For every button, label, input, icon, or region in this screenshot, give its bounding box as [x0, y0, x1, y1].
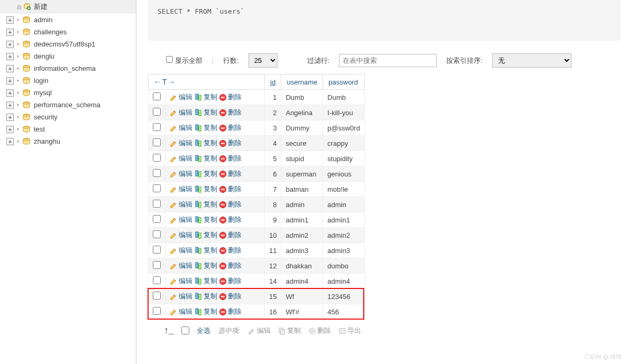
copy-link[interactable]: 复制 — [195, 124, 217, 132]
sidebar-database-item[interactable]: +•admin — [0, 14, 136, 26]
delete-link[interactable]: 删除 — [219, 246, 242, 254]
edit-link[interactable]: 编辑 — [170, 170, 192, 178]
delete-link[interactable]: 删除 — [219, 277, 242, 285]
sidebar-database-item[interactable]: +•performance_schema — [0, 99, 136, 111]
row-checkbox[interactable] — [153, 261, 161, 269]
edit-link[interactable]: 编辑 — [170, 154, 192, 162]
row-checkbox[interactable] — [153, 184, 161, 192]
copy-link[interactable]: 复制 — [195, 292, 217, 300]
copy-link[interactable]: 复制 — [195, 307, 217, 315]
footer-bar: ↑_ 全选 选中项: 编辑 复制 删除 导出 — [148, 320, 621, 336]
expand-icon[interactable]: + — [6, 29, 14, 36]
arrow-controls[interactable]: ←T→ — [154, 78, 177, 86]
delete-link[interactable]: 删除 — [219, 139, 242, 147]
edit-link[interactable]: 编辑 — [170, 231, 192, 239]
edit-link[interactable]: 编辑 — [170, 139, 192, 147]
row-checkbox[interactable] — [153, 215, 161, 223]
row-checkbox[interactable] — [153, 307, 161, 315]
row-checkbox[interactable] — [153, 292, 161, 300]
copy-link[interactable]: 复制 — [195, 262, 217, 269]
copy-link[interactable]: 复制 — [195, 93, 217, 101]
copy-link[interactable]: 复制 — [195, 185, 217, 193]
delete-link[interactable]: 删除 — [219, 93, 242, 101]
row-checkbox[interactable] — [153, 138, 161, 146]
delete-link[interactable]: 删除 — [219, 124, 242, 132]
delete-link[interactable]: 删除 — [219, 154, 242, 162]
row-checkbox[interactable] — [153, 230, 161, 238]
row-checkbox[interactable] — [153, 246, 161, 254]
copy-link[interactable]: 复制 — [195, 170, 217, 178]
column-id[interactable]: id — [265, 74, 281, 90]
delete-link[interactable]: 删除 — [219, 231, 242, 239]
expand-icon[interactable]: + — [6, 138, 14, 145]
row-checkbox[interactable] — [153, 123, 161, 131]
edit-link[interactable]: 编辑 — [170, 307, 192, 315]
show-all-group[interactable]: 显示全部 — [166, 56, 202, 66]
rows-per-page-select[interactable]: 25 — [248, 53, 278, 68]
edit-link[interactable]: 编辑 — [170, 277, 192, 285]
copy-link[interactable]: 复制 — [195, 200, 217, 208]
delete-link[interactable]: 删除 — [219, 185, 242, 193]
expand-icon[interactable]: + — [6, 101, 14, 109]
copy-link[interactable]: 复制 — [195, 246, 217, 254]
expand-icon[interactable]: + — [6, 65, 14, 72]
pencil-icon — [170, 94, 178, 101]
up-arrow-icon[interactable]: ↑_ — [164, 325, 174, 336]
sidebar-database-item[interactable]: +•test — [0, 123, 136, 135]
edit-link[interactable]: 编辑 — [170, 246, 192, 254]
sidebar-database-item[interactable]: +•mysql — [0, 87, 136, 99]
check-all-checkbox[interactable] — [181, 326, 189, 334]
delete-link[interactable]: 删除 — [219, 200, 242, 208]
copy-link[interactable]: 复制 — [195, 231, 217, 239]
copy-link[interactable]: 复制 — [195, 108, 217, 116]
expand-icon[interactable]: + — [6, 126, 14, 133]
expand-icon[interactable]: + — [6, 16, 14, 24]
column-username[interactable]: username — [281, 74, 323, 90]
delete-link[interactable]: 删除 — [219, 170, 242, 178]
sidebar-database-item[interactable]: +•information_schema — [0, 62, 136, 74]
filter-input[interactable] — [339, 54, 437, 67]
copy-icon — [195, 293, 202, 301]
tree-branch-icon: • — [15, 90, 21, 96]
delete-link[interactable]: 删除 — [219, 216, 242, 223]
expand-icon[interactable]: + — [6, 77, 14, 85]
cell-password: admin1 — [323, 212, 365, 228]
edit-link[interactable]: 编辑 — [170, 292, 192, 300]
column-password[interactable]: password — [323, 74, 365, 90]
edit-link[interactable]: 编辑 — [170, 124, 192, 132]
delete-link[interactable]: 删除 — [219, 307, 242, 315]
row-checkbox[interactable] — [153, 169, 161, 177]
row-checkbox[interactable] — [153, 154, 161, 162]
delete-link[interactable]: 删除 — [219, 292, 242, 300]
sidebar-database-item[interactable]: +•login — [0, 74, 136, 87]
delete-link[interactable]: 删除 — [219, 108, 242, 116]
edit-link[interactable]: 编辑 — [170, 216, 192, 223]
expand-icon[interactable]: + — [6, 89, 14, 97]
sidebar-database-item[interactable]: +•dedecmsv57utf8sp1 — [0, 38, 136, 50]
copy-link[interactable]: 复制 — [195, 154, 217, 162]
edit-link[interactable]: 编辑 — [170, 93, 192, 101]
expand-icon[interactable]: + — [6, 53, 14, 60]
edit-link[interactable]: 编辑 — [170, 108, 192, 116]
expand-icon[interactable]: + — [6, 114, 14, 121]
sidebar-new[interactable]: ⊟ 新建 — [0, 0, 136, 14]
row-checkbox[interactable] — [153, 108, 161, 116]
sidebar-database-item[interactable]: +•zhanghu — [0, 135, 136, 147]
delete-link[interactable]: 删除 — [219, 262, 242, 269]
sidebar-database-item[interactable]: +•challenges — [0, 26, 136, 38]
show-all-checkbox[interactable] — [166, 56, 173, 63]
sort-by-index-select[interactable]: 无 — [492, 53, 572, 68]
row-checkbox[interactable] — [153, 92, 161, 100]
copy-link[interactable]: 复制 — [195, 139, 217, 147]
expand-icon[interactable]: + — [6, 41, 14, 48]
copy-link[interactable]: 复制 — [195, 277, 217, 285]
sidebar-database-item[interactable]: +•denglu — [0, 50, 136, 62]
edit-link[interactable]: 编辑 — [170, 262, 192, 269]
row-checkbox[interactable] — [153, 276, 161, 284]
copy-link[interactable]: 复制 — [195, 216, 217, 223]
sidebar-database-item[interactable]: +•security — [0, 111, 136, 123]
edit-link[interactable]: 编辑 — [170, 200, 192, 208]
edit-link[interactable]: 编辑 — [170, 185, 192, 193]
row-checkbox[interactable] — [153, 200, 161, 208]
check-all-label[interactable]: 全选 — [197, 326, 210, 335]
